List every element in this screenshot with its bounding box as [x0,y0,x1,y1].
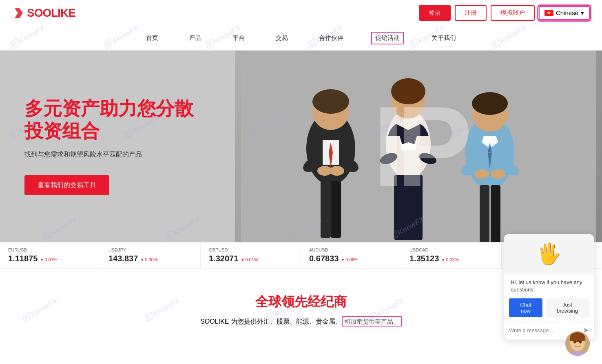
nav-item-about[interactable]: 关于我们 [428,33,459,44]
chat-widget: 🖐️ Hi, let us know if you have any quest… [504,234,594,340]
svg-point-4 [312,89,349,114]
section-description: SOOLIKE 为您提供外汇、股票、能源、贵金属、和加密货币等产品。 [12,318,590,326]
ticker-item-gbpusd: GBPUSD 1.32071 ▾ 0.01% [201,243,301,268]
nav-item-partners[interactable]: 合作伙伴 [316,33,347,44]
svg-point-23 [472,92,508,115]
avatar-svg [565,331,590,356]
ticker-pair-usdjpy: USDJPY [108,247,192,252]
nav-item-trading[interactable]: 交易 [272,33,291,44]
hero-subtitle: 找到与您需求和期望风险水平匹配的产品 [24,150,220,159]
svg-rect-11 [321,181,331,238]
section-desc-main: SOOLIKE 为您提供外汇、股票、能源、贵金属、 [200,318,342,325]
svg-rect-12 [331,181,341,238]
nav-item-products[interactable]: 产品 [186,33,205,44]
chat-action-buttons: Chat now Just browsing [504,298,594,322]
chat-message-input[interactable] [509,327,580,333]
chat-wave-area: 🖐️ [504,234,594,274]
chat-greeting-message: Hi, let us know if you have any question… [504,274,594,298]
login-button[interactable]: 登录 [419,5,451,21]
svg-point-38 [579,341,582,344]
just-browsing-button[interactable]: Just browsing [546,298,589,317]
ticker-price-eurusd: 1.11875 [8,254,38,263]
svg-point-30 [491,170,505,179]
lang-arrow-icon: ▾ [581,9,584,17]
ticker-pair-audusd: AUDUSD [309,247,393,252]
logo: SOOLIKE [12,7,75,20]
svg-point-29 [474,170,489,179]
hero-bg-letters: IP [373,89,465,203]
hero-section: 多元资产助力您分散投资组合 找到与您需求和期望风险水平匹配的产品 查看我们的交易… [0,51,602,242]
section-title: 全球领先经纪商 [12,293,590,311]
demo-account-button[interactable]: 模拟账户 [491,5,535,21]
navigation: 首页 产品 平台 交易 合作伙伴 促销活动 关于我们 [0,26,602,51]
ticker-pair-eurusd: EURUSD [8,247,92,252]
chat-now-button[interactable]: Chat now [509,298,542,317]
ticker-pair-gbpusd: GBPUSD [209,247,292,252]
ticker-change-usdjpy: ▾ 0.30% [141,257,157,263]
logo-text: SOOLIKE [27,7,75,20]
ticker-change-gbpusd: ▾ 0.01% [241,257,258,263]
hero-title: 多元资产助力您分散投资组合 [24,97,220,142]
ticker-price-audusd: 0.67833 [309,254,339,263]
header: SOOLIKE 登录 注册 模拟账户 ★ Chinese ▾ [0,0,602,26]
ticker-change-eurusd: ▾ 0.01% [41,257,57,263]
svg-rect-32 [491,185,500,242]
chat-agent-avatar[interactable] [565,331,590,356]
nav-item-home[interactable]: 首页 [143,33,162,44]
ticker-price-gbpusd: 1.32071 [209,254,238,263]
svg-point-10 [330,166,344,176]
ticker-item-eurusd: EURUSD 1.11875 ▾ 0.01% [0,243,100,268]
ticker-change-audusd: ▾ 0.06% [342,257,358,263]
ticker-change-usdcad: ▾ 0.03% [442,257,458,263]
header-actions: 登录 注册 模拟账户 ★ Chinese ▾ [419,5,590,21]
hero-cta-button[interactable]: 查看我们的交易工具 [24,175,109,195]
chat-hand-icon: 🖐️ [512,242,586,266]
ticker-price-usdcad: 1.35123 [409,254,439,263]
register-button[interactable]: 注册 [455,5,487,21]
nav-item-platform[interactable]: 平台 [229,33,248,44]
ticker-pair-usdcad: USDCAD [409,247,493,252]
ticker-item-audusd: AUDUSD 0.67833 ▾ 0.06% [301,243,401,268]
avatar-face [565,331,590,356]
svg-rect-36 [570,336,585,341]
svg-rect-31 [480,185,489,242]
ticker-item-usdcad: USDCAD 1.35123 ▾ 0.03% [401,243,502,268]
hero-right-panel: IP [235,51,602,242]
nav-item-promotions[interactable]: 促销活动 [371,32,404,44]
ticker-item-usdjpy: USDJPY 143.837 ▾ 0.30% [100,243,201,268]
china-flag-icon: ★ [544,10,553,16]
svg-point-37 [573,341,576,344]
logo-icon [12,7,25,20]
svg-marker-0 [15,8,23,18]
ticker-price-usdjpy: 143.837 [108,254,138,263]
section-desc-highlight: 和加密货币等产品。 [342,316,402,326]
hero-left-panel: 多元资产助力您分散投资组合 找到与您需求和期望风险水平匹配的产品 查看我们的交易… [0,51,245,242]
lang-label: Chinese [556,9,578,16]
language-selector[interactable]: ★ Chinese ▾ [539,6,590,20]
